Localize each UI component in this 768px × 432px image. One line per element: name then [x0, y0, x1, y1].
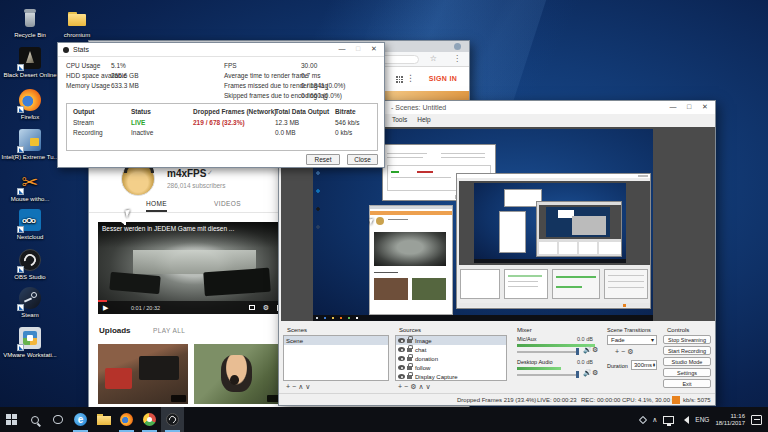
minimize-icon[interactable]: — — [665, 101, 681, 113]
desktop-audio-settings-icon[interactable]: ⚙ — [592, 369, 598, 377]
browser-profile-avatar[interactable] — [454, 43, 461, 50]
tray-expand-icon[interactable]: ∧ — [652, 416, 657, 424]
exit-button[interactable]: Exit — [663, 379, 711, 388]
visibility-icon[interactable] — [398, 356, 405, 361]
source-list-item[interactable]: Image — [396, 336, 506, 345]
transition-properties-button[interactable]: ⚙ — [627, 348, 635, 355]
stat-value: 30.00 — [301, 62, 317, 69]
upload-thumbnail[interactable] — [98, 344, 188, 404]
desktop-audio-mute-icon[interactable]: 🔊 — [583, 369, 592, 377]
bookmark-star-icon[interactable]: ☆ — [430, 54, 437, 63]
close-icon[interactable]: ✕ — [697, 101, 713, 113]
source-list-item[interactable]: donation — [396, 354, 506, 363]
menu-help[interactable]: Help — [417, 116, 430, 123]
language-indicator[interactable]: ENG — [695, 416, 709, 423]
settings-button[interactable]: Settings — [663, 368, 711, 377]
featured-video-player[interactable]: Besser werden in JEDEM Game mit diesen .… — [98, 222, 291, 314]
menu-tools[interactable]: Tools — [392, 116, 407, 123]
taskbar-item-firefox[interactable] — [115, 407, 138, 432]
tab-videos[interactable]: VIDEOS — [214, 200, 241, 207]
scene-down-button[interactable]: ∨ — [305, 383, 312, 390]
mic-volume-slider[interactable] — [517, 351, 579, 353]
mic-settings-icon[interactable]: ⚙ — [592, 346, 598, 354]
mixer-channel-name: Mic/Aux — [517, 336, 537, 342]
visibility-icon[interactable] — [398, 374, 405, 379]
browser-menu-icon[interactable]: ⋮ — [453, 54, 461, 63]
taskbar-item-chromium[interactable] — [138, 407, 161, 432]
subscriber-count: 286,014 subscribers — [167, 182, 226, 189]
lock-icon[interactable] — [407, 375, 412, 379]
upload-thumbnail[interactable] — [194, 344, 284, 404]
scenes-list[interactable]: Scene — [283, 335, 389, 381]
minimize-icon[interactable]: — — [334, 43, 350, 55]
stop-streaming-button[interactable]: Stop Streaming — [663, 335, 711, 344]
lock-icon[interactable] — [407, 348, 412, 352]
transition-select[interactable]: Fade ▾ — [607, 335, 657, 345]
source-list-item[interactable]: follow — [396, 363, 506, 372]
video-progress[interactable] — [98, 300, 107, 302]
action-center-icon[interactable] — [751, 415, 762, 425]
desktop-icon-vmware[interactable]: VMware Workstati... — [1, 326, 59, 359]
tray-app-icon[interactable] — [639, 415, 647, 423]
mini-taskbar — [313, 315, 653, 321]
stats-titlebar[interactable]: Stats — □ ✕ — [58, 43, 384, 56]
sign-in-button[interactable]: SIGN IN — [429, 75, 457, 82]
visibility-icon[interactable] — [398, 365, 405, 370]
desktop-icon-obs-studio[interactable]: OBS Studio — [1, 248, 59, 281]
desktop-icon-intel-xtu[interactable]: Intel(R) Extreme Tu... — [1, 128, 59, 161]
desktop-icon-black-desert[interactable]: Black Desert Online — [1, 46, 59, 79]
close-icon[interactable]: ✕ — [366, 43, 382, 55]
desktop-icon-nextcloud[interactable]: oOo Nextcloud — [1, 208, 59, 241]
lock-icon[interactable] — [407, 357, 412, 361]
duration-spinner[interactable]: 300ms ▴ ▾ — [631, 360, 657, 370]
desktop-icon-chromium-folder[interactable]: chromium — [48, 6, 106, 39]
player-settings-icon[interactable]: ⚙ — [263, 304, 269, 312]
source-list-item[interactable]: chat — [396, 345, 506, 354]
close-button[interactable]: Close — [347, 154, 378, 165]
windows-logo-icon — [6, 414, 17, 425]
taskbar-item-obs[interactable] — [161, 407, 184, 432]
desktop-icon-steam[interactable]: Steam — [1, 286, 59, 319]
maximize-icon[interactable]: □ — [681, 101, 697, 113]
play-all-link[interactable]: PLAY ALL — [153, 327, 185, 334]
miniplayer-icon[interactable] — [249, 305, 255, 310]
sources-dock-header: Sources — [399, 327, 421, 333]
sources-list[interactable]: Image chat donation follow Display Captu… — [395, 335, 507, 381]
apps-grid-icon[interactable] — [396, 76, 403, 83]
stat-value: 0 / 660 (0.0%) — [301, 92, 342, 99]
desktop-icon-mouse-without-borders[interactable]: ✂ Mouse witho... — [1, 170, 59, 203]
lock-icon[interactable] — [407, 339, 412, 343]
volume-icon[interactable] — [680, 416, 689, 424]
desktop-icon-firefox[interactable]: Firefox — [1, 88, 59, 121]
lock-icon[interactable] — [407, 366, 412, 370]
taskbar-clock[interactable]: 11:16 18/11/2017 — [715, 413, 745, 427]
youtube-menu-icon[interactable]: ⋮ — [406, 73, 415, 83]
taskbar-item-explorer[interactable] — [92, 407, 115, 432]
network-icon[interactable] — [663, 416, 674, 424]
visibility-icon[interactable] — [398, 338, 405, 343]
search-button[interactable] — [23, 407, 46, 432]
desktop-audio-slider[interactable] — [517, 374, 579, 376]
visibility-icon[interactable] — [398, 347, 405, 352]
mic-mute-icon[interactable]: 🔊 — [583, 346, 592, 354]
status-bitrate: kb/s: 5075 — [683, 397, 711, 403]
start-button[interactable] — [0, 407, 23, 432]
nextcloud-icon: oOo — [18, 208, 42, 232]
reset-button[interactable]: Reset — [306, 154, 340, 165]
tab-home[interactable]: HOME — [146, 200, 167, 212]
chromium-icon — [143, 413, 156, 426]
taskbar-item-edge[interactable]: e — [69, 407, 92, 432]
source-list-item[interactable]: Display Capture — [396, 372, 506, 381]
stat-label: Average time to render frame — [224, 72, 308, 79]
obs-studio-icon — [18, 248, 42, 272]
start-recording-button[interactable]: Start Recording — [663, 346, 711, 355]
scene-list-item[interactable]: Scene — [284, 336, 388, 345]
mouse-without-borders-icon: ✂ — [18, 170, 42, 194]
source-down-button[interactable]: ∨ — [426, 383, 433, 390]
maximize-icon[interactable]: □ — [350, 43, 366, 55]
studio-mode-button[interactable]: Studio Mode — [663, 357, 711, 366]
volume-icon[interactable] — [118, 222, 125, 225]
task-view-button[interactable] — [46, 407, 69, 432]
source-up-button[interactable]: ∧ — [418, 383, 425, 390]
play-icon[interactable]: ▶ — [103, 304, 108, 312]
